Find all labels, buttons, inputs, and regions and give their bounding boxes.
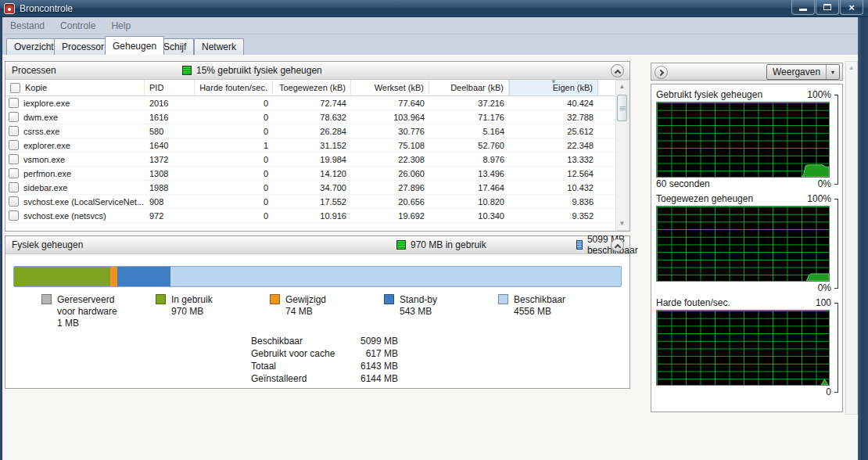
window-border-right: [858, 17, 868, 460]
process-row[interactable]: iexplore.exe 2016 0 72.744 77.640 37.216…: [5, 96, 615, 110]
process-row[interactable]: iexplore.exe 2032 0 11.232 23.204 14.564…: [5, 223, 615, 224]
collapse-processes-button[interactable]: [611, 64, 624, 77]
scrollbar-thumb[interactable]: [617, 95, 627, 121]
select-all-checkbox[interactable]: [10, 83, 20, 93]
processes-panel: Processen 15% gebruikt fysiek geheugen K…: [5, 61, 630, 232]
expand-panel-button[interactable]: [655, 66, 668, 79]
scroll-up-icon[interactable]: ▲: [846, 62, 857, 74]
memory-bar-segment: [170, 267, 621, 286]
memory-stats: Beschikbaar 5099 MB Gebruikt voor cache …: [251, 335, 398, 385]
process-hard-faults: 1: [195, 141, 273, 150]
process-pid: 1988: [145, 183, 195, 192]
legend-color-icon: [270, 294, 280, 304]
minimize-button[interactable]: [791, 0, 815, 15]
processes-title: Processen: [12, 65, 56, 76]
process-checkbox[interactable]: [9, 140, 19, 150]
legend-label: Gereserveerd voor hardware: [57, 294, 135, 318]
graph-plot: [656, 102, 830, 178]
process-row[interactable]: vsmon.exe 1372 0 19.984 22.308 8.976 13.…: [5, 153, 615, 167]
process-checkbox[interactable]: [9, 126, 19, 136]
memory-stat-row: Beschikbaar 5099 MB: [251, 335, 398, 347]
maximize-button[interactable]: [816, 0, 839, 15]
stat-label: Geïnstalleerd: [251, 372, 353, 385]
legend-color-icon: [156, 294, 166, 304]
process-row[interactable]: svchost.exe (netsvcs) 972 0 10.916 19.69…: [5, 209, 615, 223]
process-pid: 1616: [145, 113, 195, 122]
process-shareable: 13.496: [429, 169, 509, 178]
tab-processor[interactable]: Processor: [54, 38, 112, 55]
process-row[interactable]: perfmon.exe 1308 0 14.120 26.060 13.496 …: [5, 167, 615, 181]
minimize-icon: [799, 9, 807, 11]
process-hard-faults: 0: [195, 155, 273, 164]
menu-bestand[interactable]: Bestand: [2, 19, 52, 33]
process-checkbox[interactable]: [9, 196, 19, 207]
column-header-eigen[interactable]: ▼ Eigen (kB): [509, 80, 598, 95]
tab-netwerk[interactable]: Netwerk: [194, 38, 244, 55]
right-panel-scrollbar[interactable]: ▲: [845, 61, 858, 415]
process-table-body: iexplore.exe 2016 0 72.744 77.640 37.216…: [5, 96, 615, 224]
physical-memory-title: Fysiek geheugen: [12, 239, 83, 250]
graph-axis-bracket: [834, 199, 838, 289]
column-header-harde-fouten[interactable]: Harde fouten/sec.: [195, 80, 273, 95]
process-name: sidebar.exe: [23, 183, 67, 192]
process-checkbox[interactable]: [9, 112, 19, 122]
memory-available-status: 5099 MB beschikbaar: [576, 234, 641, 256]
graph-title: Gebruikt fysiek geheugen: [656, 88, 762, 102]
memory-bar-segment: [110, 267, 117, 286]
graph-max-label: 100%: [807, 88, 831, 102]
process-checkbox[interactable]: [9, 168, 19, 178]
menu-help[interactable]: Help: [103, 19, 138, 33]
process-shareable: 8.976: [429, 155, 509, 164]
process-row[interactable]: svchost.exe (LocalServiceNet... 908 0 17…: [5, 195, 615, 209]
column-header-kopie[interactable]: Kopie: [5, 80, 145, 95]
graph-min-label: 0%: [818, 178, 831, 191]
collapse-memory-button[interactable]: [611, 239, 624, 252]
scroll-down-icon[interactable]: ▼: [616, 217, 628, 230]
process-checkbox[interactable]: [9, 210, 19, 221]
process-shareable: 71.176: [429, 113, 509, 122]
column-header-deelbaar[interactable]: Deelbaar (kB): [429, 80, 509, 95]
views-dropdown-button[interactable]: Weergaven ▼: [766, 64, 840, 80]
tab-geheugen[interactable]: Geheugen: [105, 36, 164, 55]
process-name: iexplore.exe: [23, 99, 70, 108]
close-button[interactable]: ×: [840, 0, 863, 15]
scroll-up-icon[interactable]: ▲: [616, 81, 628, 93]
process-commit: 17.552: [273, 197, 351, 207]
graph-title: Harde fouten/sec.: [656, 296, 730, 310]
legend-item: Gereserveerd voor hardware 1 MB: [41, 294, 156, 329]
process-table-header: Kopie PID Harde fouten/sec. Toegewezen (…: [5, 80, 615, 96]
memory-usage-icon: [182, 66, 192, 75]
graph: Toegewezen geheugen 100% 0%: [653, 192, 841, 295]
process-shareable: 5.164: [429, 127, 509, 136]
process-hard-faults: 0: [195, 113, 273, 122]
window-border-left: [0, 17, 2, 460]
graphs-toolbar: Weergaven ▼: [651, 63, 843, 81]
graph: Gebruikt fysiek geheugen 100% 60 seconde…: [653, 88, 841, 191]
graphs-panel: Gebruikt fysiek geheugen 100% 60 seconde…: [651, 84, 843, 412]
menu-controle[interactable]: Controle: [52, 19, 103, 33]
process-row[interactable]: csrss.exe 580 0 26.284 30.776 5.164 25.6…: [5, 124, 615, 138]
graph-axis-bracket: [834, 303, 838, 393]
process-row[interactable]: explorer.exe 1640 1 31.152 75.108 52.760…: [5, 138, 615, 153]
memory-used-icon: [396, 240, 406, 250]
process-row[interactable]: dwm.exe 1616 0 78.632 103.964 71.176 32.…: [5, 110, 615, 124]
column-header-toegewezen[interactable]: Toegewezen (kB): [273, 80, 351, 95]
memory-available-icon: [576, 240, 583, 250]
process-checkbox[interactable]: [9, 98, 19, 108]
graph-max-label: 100: [816, 296, 831, 310]
process-row[interactable]: sidebar.exe 1988 0 34.700 27.896 17.464 …: [5, 181, 615, 195]
resource-monitor-window: Broncontrole × Bestand Controle Help Ove…: [0, 0, 868, 460]
legend-label: Gewijzigd: [285, 294, 326, 306]
titlebar: Broncontrole ×: [0, 0, 868, 17]
column-header-werkset[interactable]: Werkset (kB): [351, 80, 429, 95]
memory-used-status: 970 MB in gebruik: [396, 239, 486, 250]
process-checkbox[interactable]: [9, 154, 19, 164]
dropdown-arrow-icon[interactable]: ▼: [826, 65, 839, 79]
process-checkbox[interactable]: [9, 182, 19, 192]
column-header-pid[interactable]: PID: [145, 80, 195, 95]
process-table-scrollbar[interactable]: ▲ ▼: [615, 80, 629, 231]
legend-item: Beschikbaar 4556 MB: [498, 294, 612, 329]
maximize-icon: [823, 4, 831, 10]
graph-footer-label: 60 seconden: [656, 178, 710, 191]
process-name: vsmon.exe: [23, 155, 65, 164]
